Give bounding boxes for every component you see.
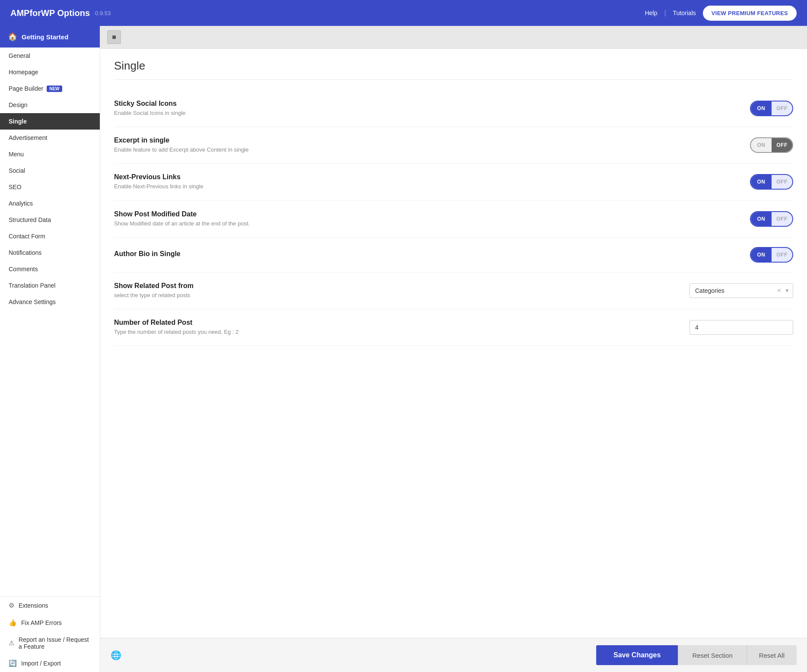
setting-control-author-bio-in-single: ON OFF — [750, 247, 793, 263]
import-export-icon: 🔄 — [9, 659, 17, 667]
setting-info-show-post-modified-date: Show Post Modified DateShow Modified dat… — [114, 210, 733, 228]
sidebar-item-label-structured-data: Structured Data — [9, 216, 51, 223]
page-title: Single — [114, 59, 793, 80]
sidebar-item-label-notifications: Notifications — [9, 249, 41, 256]
header-right: Help | Tutorials VIEW PREMIUM FEATURES — [645, 6, 797, 21]
sidebar-item-design[interactable]: Design — [0, 97, 100, 113]
setting-row-sticky-social-icons: Sticky Social IconsEnable Social Icons i… — [114, 90, 793, 127]
sidebar-item-analytics[interactable]: Analytics — [0, 195, 100, 212]
sidebar: 🏠 Getting Started GeneralHomepagePage Bu… — [0, 26, 100, 672]
globe-icon[interactable]: 🌐 — [111, 650, 121, 660]
sidebar-item-notifications[interactable]: Notifications — [0, 244, 100, 261]
toggle-excerpt-in-single[interactable]: ON OFF — [750, 137, 793, 153]
number-input-number-of-related-post[interactable] — [689, 320, 793, 335]
toggle-off-excerpt-in-single: OFF — [772, 138, 792, 152]
sidebar-item-label-comments: Comments — [9, 266, 38, 273]
setting-info-excerpt-in-single: Excerpt in singleEnable feature to add E… — [114, 136, 733, 154]
toggle-on-next-previous-links: ON — [751, 175, 772, 189]
setting-control-next-previous-links: ON OFF — [750, 174, 793, 190]
sidebar-bottom-label-report-issue: Report an Issue / Request a Feature — [19, 636, 91, 650]
setting-control-excerpt-in-single: ON OFF — [750, 137, 793, 153]
reset-all-button[interactable]: Reset All — [747, 645, 797, 665]
toggle-show-post-modified-date[interactable]: ON OFF — [750, 211, 793, 227]
getting-started-label: Getting Started — [22, 33, 68, 41]
sidebar-item-contact-form[interactable]: Contact Form — [0, 228, 100, 244]
setting-desc-excerpt-in-single: Enable feature to add Excerpt above Cont… — [114, 146, 270, 154]
setting-control-show-post-modified-date: ON OFF — [750, 211, 793, 227]
sidebar-bottom-label-fix-amp-errors: Fix AMP Errors — [21, 619, 62, 626]
sidebar-item-label-advance-settings: Advance Settings — [9, 298, 56, 305]
sidebar-bottom-label-extensions: Extensions — [19, 602, 48, 609]
sidebar-item-report-issue[interactable]: ⚠Report an Issue / Request a Feature — [0, 631, 100, 655]
setting-label-author-bio-in-single: Author Bio in Single — [114, 250, 733, 258]
setting-row-next-previous-links: Next-Previous LinksEnable Next-Previous … — [114, 164, 793, 200]
setting-row-show-post-modified-date: Show Post Modified DateShow Modified dat… — [114, 201, 793, 238]
main-toolbar: ■ — [100, 26, 807, 49]
toggle-on-sticky-social-icons: ON — [751, 101, 772, 115]
setting-row-number-of-related-post: Number of Related PostType the number of… — [114, 309, 793, 346]
setting-control-show-related-post-from: CategoriesTagsBoth × ▼ — [689, 283, 793, 298]
app-title: AMPforWP Options — [10, 8, 90, 18]
sidebar-item-label-translation-panel: Translation Panel — [9, 282, 55, 289]
toggle-on-author-bio-in-single: ON — [751, 248, 772, 262]
app-version: 0.9.53 — [95, 10, 111, 16]
footer-bar: 🌐 Save Changes Reset Section Reset All — [100, 638, 807, 672]
sidebar-item-label-design: Design — [9, 101, 28, 108]
main-content: Single Sticky Social IconsEnable Social … — [100, 49, 807, 638]
toggle-off-next-previous-links: OFF — [772, 175, 792, 189]
sidebar-bottom-label-import-export: Import / Export — [21, 660, 61, 667]
setting-label-sticky-social-icons: Sticky Social Icons — [114, 100, 733, 108]
reset-section-button[interactable]: Reset Section — [678, 645, 746, 665]
sidebar-item-structured-data[interactable]: Structured Data — [0, 212, 100, 228]
setting-info-show-related-post-from: Show Related Post fromselect the type of… — [114, 282, 672, 299]
toggle-off-show-post-modified-date: OFF — [772, 212, 792, 226]
toggle-sticky-social-icons[interactable]: ON OFF — [750, 101, 793, 116]
sidebar-item-getting-started[interactable]: 🏠 Getting Started — [0, 26, 100, 48]
sidebar-item-label-social: Social — [9, 167, 25, 174]
footer-actions: Save Changes Reset Section Reset All — [596, 645, 797, 665]
setting-desc-sticky-social-icons: Enable Social Icons in single — [114, 109, 270, 117]
help-link[interactable]: Help — [645, 10, 658, 16]
tutorials-link[interactable]: Tutorials — [673, 10, 696, 16]
sidebar-item-menu[interactable]: Menu — [0, 146, 100, 162]
select-clear-show-related-post-from[interactable]: × — [777, 287, 781, 295]
sidebar-item-homepage[interactable]: Homepage — [0, 64, 100, 80]
header: AMPforWP Options 0.9.53 Help | Tutorials… — [0, 0, 807, 26]
sidebar-item-advertisement[interactable]: Advertisement — [0, 130, 100, 146]
sidebar-item-import-export[interactable]: 🔄Import / Export — [0, 655, 100, 672]
sidebar-item-label-general: General — [9, 52, 30, 59]
footer-left: 🌐 — [111, 650, 121, 660]
sidebar-item-label-advertisement: Advertisement — [9, 134, 47, 141]
setting-row-show-related-post-from: Show Related Post fromselect the type of… — [114, 273, 793, 309]
sidebar-item-translation-panel[interactable]: Translation Panel — [0, 277, 100, 294]
sidebar-item-label-analytics: Analytics — [9, 200, 33, 207]
setting-desc-show-related-post-from: select the type of related posts — [114, 292, 270, 299]
sidebar-bottom: ⚙Extensions👍Fix AMP Errors⚠Report an Iss… — [0, 596, 100, 672]
setting-label-excerpt-in-single: Excerpt in single — [114, 136, 733, 144]
setting-label-number-of-related-post: Number of Related Post — [114, 319, 672, 326]
home-icon: 🏠 — [8, 32, 17, 41]
toggle-next-previous-links[interactable]: ON OFF — [750, 174, 793, 190]
sidebar-item-label-page-builder: Page Builder — [9, 85, 43, 92]
sidebar-item-social[interactable]: Social — [0, 162, 100, 179]
select-wrap-show-related-post-from: CategoriesTagsBoth × ▼ — [689, 283, 793, 298]
save-button[interactable]: Save Changes — [596, 645, 678, 665]
setting-info-number-of-related-post: Number of Related PostType the number of… — [114, 319, 672, 336]
toggle-off-author-bio-in-single: OFF — [772, 248, 792, 262]
setting-info-author-bio-in-single: Author Bio in Single — [114, 250, 733, 260]
premium-button[interactable]: VIEW PREMIUM FEATURES — [703, 6, 797, 21]
sidebar-item-extensions[interactable]: ⚙Extensions — [0, 597, 100, 614]
toolbar-icon[interactable]: ■ — [107, 30, 121, 44]
sidebar-item-page-builder[interactable]: Page BuilderNEW — [0, 80, 100, 97]
sidebar-item-general[interactable]: General — [0, 48, 100, 64]
sidebar-item-seo[interactable]: SEO — [0, 179, 100, 195]
sidebar-item-single[interactable]: Single — [0, 113, 100, 130]
sidebar-item-comments[interactable]: Comments — [0, 261, 100, 277]
toggle-author-bio-in-single[interactable]: ON OFF — [750, 247, 793, 263]
main: ■ Single Sticky Social IconsEnable Socia… — [100, 26, 807, 672]
fix-amp-errors-icon: 👍 — [9, 619, 17, 627]
sidebar-nav: GeneralHomepagePage BuilderNEWDesignSing… — [0, 48, 100, 596]
report-issue-icon: ⚠ — [9, 639, 14, 647]
sidebar-item-advance-settings[interactable]: Advance Settings — [0, 294, 100, 310]
sidebar-item-fix-amp-errors[interactable]: 👍Fix AMP Errors — [0, 614, 100, 631]
